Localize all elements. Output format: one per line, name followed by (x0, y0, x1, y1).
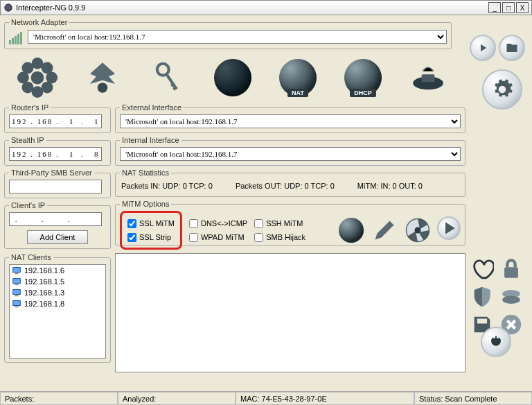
adapter-select[interactable]: 'Microsoft' on local host:192.168.1.7 (28, 30, 447, 44)
signal-icon (9, 29, 25, 44)
wpad-checkbox[interactable] (189, 233, 198, 242)
heart-icon[interactable] (470, 257, 495, 282)
play-button[interactable] (470, 35, 496, 61)
dhcp-mode-icon[interactable]: DHCP (341, 55, 385, 100)
cookies-icon[interactable] (499, 284, 524, 309)
list-item[interactable]: 192.168.1.6 (10, 265, 105, 276)
nat-statistics-group: NAT Statistics Packets IN: UDP: 0 TCP: 0… (115, 169, 466, 197)
internal-interface-select[interactable]: 'Microsoft' on local host:192.168.1.7 (120, 147, 461, 161)
list-item[interactable]: 192.168.1.5 (10, 276, 105, 287)
svg-rect-16 (13, 268, 21, 273)
eagle-mode-icon[interactable] (80, 55, 125, 100)
nat-mode-icon[interactable]: NAT (276, 55, 320, 100)
log-area[interactable] (115, 253, 466, 372)
status-packets: Packets: (0, 392, 118, 405)
external-interface-select[interactable]: 'Microsoft' on local host:192.168.1.7 (120, 114, 461, 128)
mitm-globe-icon[interactable] (337, 216, 365, 244)
svg-rect-20 (13, 290, 21, 295)
power-button[interactable] (481, 327, 511, 357)
adapter-legend: Network Adapter (9, 18, 69, 26)
client-ip-input[interactable] (9, 212, 102, 226)
status-mac: MAC: 74-E5-43-28-97-0E (236, 392, 414, 405)
nat-clients-group: NAT Clients 192.168.1.6 192.168.1.5 192.… (4, 253, 111, 363)
external-interface-group: External Interface 'Microsoft' on local … (115, 103, 466, 133)
keys-mode-icon[interactable] (145, 55, 190, 100)
network-adapter-group: Network Adapter 'Microsoft' on local hos… (4, 18, 452, 49)
mitm-play-button[interactable] (437, 216, 461, 240)
router-ip-group: Router's IP (4, 103, 111, 133)
svg-point-8 (22, 82, 34, 94)
svg-point-10 (98, 83, 108, 93)
svg-point-1 (31, 71, 44, 85)
close-button[interactable]: X (516, 2, 529, 13)
open-folder-button[interactable] (499, 35, 525, 61)
toolbar: NAT DHCP (4, 52, 466, 103)
stealth-ip-group: Stealth IP (4, 136, 111, 166)
svg-rect-21 (15, 295, 18, 297)
svg-point-9 (42, 82, 53, 94)
settings-button[interactable] (482, 69, 522, 110)
svg-rect-17 (15, 273, 18, 275)
list-item[interactable]: 192.168.1.8 (10, 298, 105, 309)
list-item[interactable]: 192.168.1.3 (10, 287, 105, 298)
svg-rect-18 (13, 279, 21, 284)
mitm-options-group: MiTM Options SSL MiTM SSL Strip DNS<->IC… (115, 200, 466, 245)
svg-rect-24 (504, 267, 518, 278)
svg-point-6 (22, 62, 34, 74)
router-ip-input[interactable] (9, 114, 102, 128)
statusbar: Packets: Analyzed: MAC: 74-E5-43-28-97-0… (0, 391, 532, 405)
highlight-box: SSL MiTM SSL Strip (120, 211, 182, 250)
svg-rect-22 (13, 301, 21, 306)
packets-out-label: Packets OUT: UDP: 0 TCP: 0 (236, 182, 335, 190)
svg-point-0 (5, 4, 12, 12)
minimize-button[interactable]: _ (488, 2, 501, 13)
router-mode-icon[interactable] (406, 55, 450, 100)
nuke-icon[interactable] (404, 216, 432, 244)
smb-hijack-checkbox[interactable] (254, 233, 263, 242)
stealth-ip-input[interactable] (9, 147, 102, 161)
status-analyzed: Analyzed: (118, 392, 236, 405)
svg-point-26 (502, 296, 520, 304)
shield-icon[interactable] (470, 284, 495, 309)
radar-mode-icon[interactable] (211, 55, 255, 100)
smb-server-input[interactable] (9, 180, 102, 193)
ssl-mitm-checkbox[interactable] (127, 219, 136, 228)
status-state: Status: Scan Complete (414, 392, 532, 405)
app-icon (3, 3, 13, 12)
client-list[interactable]: 192.168.1.6 192.168.1.5 192.168.1.3 192.… (9, 264, 106, 359)
ssl-strip-checkbox[interactable] (127, 233, 136, 242)
internal-interface-group: Internal Interface 'Microsoft' on local … (115, 136, 466, 166)
packets-in-label: Packets IN: UDP: 0 TCP: 0 (121, 182, 213, 190)
dns-icmp-checkbox[interactable] (189, 219, 198, 228)
svg-rect-19 (15, 284, 18, 286)
client-ip-group: Client's IP Add Client (4, 201, 111, 249)
window-title: Intercepter-NG 0.9.9 (16, 3, 488, 12)
inject-icon[interactable] (371, 216, 398, 244)
ssh-mitm-checkbox[interactable] (254, 219, 263, 228)
lock-icon[interactable] (499, 257, 524, 282)
flower-mode-icon[interactable] (15, 55, 60, 100)
smb-server-group: Third-Party SMB Server (4, 169, 111, 198)
titlebar: Intercepter-NG 0.9.9 _ □ X (0, 0, 532, 15)
maximize-button[interactable]: □ (502, 2, 515, 13)
svg-rect-13 (422, 74, 435, 82)
mitm-count-label: MiTM: IN: 0 OUT: 0 (357, 182, 423, 190)
svg-point-11 (157, 64, 169, 76)
svg-point-7 (42, 62, 53, 74)
svg-rect-23 (15, 307, 18, 308)
add-client-button[interactable]: Add Client (27, 230, 89, 244)
